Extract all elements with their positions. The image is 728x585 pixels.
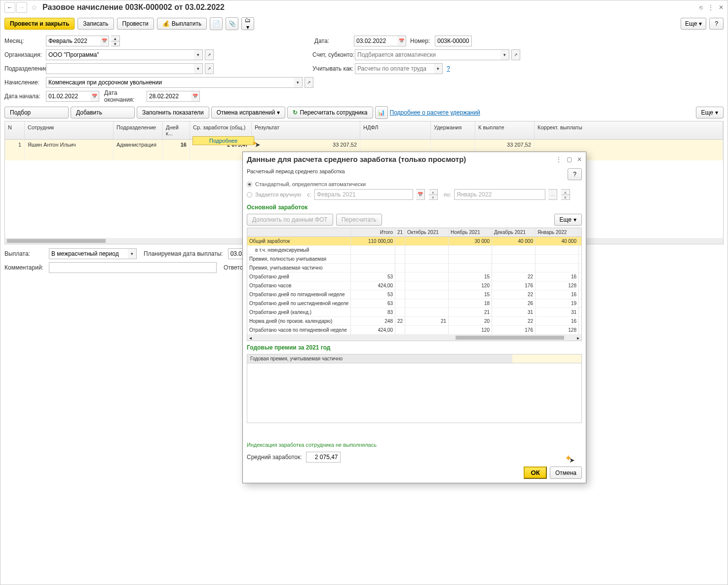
dlg-cell-total: 248: [351, 317, 395, 325]
dlg-table-row[interactable]: Общий заработок110 000,0030 00040 00040 …: [247, 237, 581, 246]
month-down-icon[interactable]: ▾: [111, 41, 120, 46]
radio-auto[interactable]: [247, 182, 252, 187]
dlg-col-nov: Ноябрь 2021: [449, 228, 492, 236]
dlg-cell: 16: [536, 290, 579, 299]
fill-indicators-button[interactable]: Заполнить показатели: [137, 107, 209, 118]
dlg-table-row[interactable]: Премия, полностью учитываемая: [247, 255, 581, 264]
pay-period-input[interactable]: [49, 248, 128, 259]
end-date-input[interactable]: [147, 91, 191, 102]
back-button[interactable]: ←: [4, 2, 15, 13]
save-button[interactable]: Записать: [77, 18, 114, 30]
favorite-icon[interactable]: ☆: [31, 3, 38, 11]
kebab-icon[interactable]: ⋮: [556, 156, 562, 163]
close-icon[interactable]: ✕: [719, 4, 724, 11]
start-date-input[interactable]: [46, 91, 90, 102]
open-ref-icon[interactable]: ↗: [305, 77, 313, 88]
chevron-down-icon[interactable]: ▾: [294, 77, 303, 88]
grid-icon-button[interactable]: 📊: [375, 106, 388, 119]
dlg-cell-name: Отработано часов по пятидневной неделе: [247, 326, 351, 334]
avg-details-link[interactable]: Подробнее: [192, 136, 254, 145]
dlg-cell-name: в т.ч. неиндексируемый: [247, 246, 351, 254]
dlg-cell: [405, 264, 449, 272]
calendar-icon[interactable]: 📅: [191, 91, 200, 102]
maximize-icon[interactable]: ▢: [567, 156, 572, 163]
chevron-down-icon[interactable]: ▾: [500, 49, 509, 60]
dlg-table-row[interactable]: Норма дней (по произв. календарю)2482221…: [247, 317, 581, 326]
structure-icon-button[interactable]: 🗂▾: [241, 17, 254, 30]
dlg-cell-total: 110 000,00: [351, 237, 395, 245]
dlg-cell: [405, 281, 449, 290]
dlg-table-row[interactable]: Отработано дней53152216: [247, 273, 581, 281]
open-ref-icon[interactable]: ↗: [205, 49, 214, 60]
close-icon[interactable]: ✕: [577, 156, 582, 163]
post-and-close-button[interactable]: Провести и закрыть: [4, 18, 75, 30]
dlg-hscroll[interactable]: ◂ ▸: [247, 335, 581, 341]
dlg-cell: 31: [536, 308, 579, 316]
dlg-table-row[interactable]: Премия, учитываемая частично: [247, 264, 581, 273]
dlg-cell-name: Отработано дней по шестидневной неделе: [247, 299, 351, 308]
calendar-icon[interactable]: 📅: [100, 36, 109, 46]
calendar-icon[interactable]: 📅: [397, 36, 406, 46]
cell-days: 16: [163, 140, 190, 160]
dlg-table-row[interactable]: Отработано дней по шестидневной неделе63…: [247, 299, 581, 308]
kebab-icon[interactable]: ⋮: [708, 4, 714, 11]
consider-input[interactable]: [355, 63, 434, 74]
dlg-cell: 21: [405, 317, 449, 325]
select-button[interactable]: Подбор: [4, 107, 69, 118]
dlg-table-row[interactable]: Отработано часов по пятидневной неделе42…: [247, 326, 581, 335]
cancel-corrections-button[interactable]: Отмена исправлений ▾: [211, 107, 286, 118]
add-button[interactable]: Добавить: [71, 107, 135, 118]
dlg-cell: 176: [492, 326, 536, 334]
period-label: Расчетный период среднего заработка: [247, 168, 345, 174]
dlg-cell-name: Премия, учитываемая частично: [247, 264, 351, 272]
radio-manual[interactable]: [247, 192, 252, 197]
date-input[interactable]: [354, 36, 397, 46]
dlg-table-row[interactable]: в т.ч. неиндексируемый: [247, 246, 581, 255]
dlg-table-row[interactable]: Отработано дней по пятидневной неделе531…: [247, 290, 581, 299]
open-ref-icon[interactable]: ↗: [511, 49, 520, 60]
org-input[interactable]: [46, 49, 194, 60]
ok-button[interactable]: ОК: [524, 467, 547, 479]
cancel-button[interactable]: Отмена: [550, 467, 582, 479]
dlg-table-row[interactable]: Отработано дней (календ.)83213131: [247, 308, 581, 317]
deductions-details-link[interactable]: Подробнее о расчете удержаний: [390, 109, 480, 116]
dlg-cell: 22: [492, 273, 536, 281]
table-more-button[interactable]: Еще ▾: [696, 107, 724, 118]
number-input[interactable]: [435, 36, 472, 46]
post-button[interactable]: Провести: [117, 18, 154, 30]
account-input[interactable]: [355, 49, 500, 60]
col-emp: Сотрудник: [25, 121, 114, 139]
month-up-icon[interactable]: ▴: [111, 36, 120, 41]
accrual-input[interactable]: [46, 77, 294, 88]
chevron-down-icon[interactable]: ▾: [128, 248, 137, 259]
chevron-down-icon[interactable]: ▾: [434, 63, 443, 74]
comment-input[interactable]: [49, 262, 217, 273]
avg-earnings-dialog: Данные для расчета среднего заработка (т…: [242, 152, 586, 483]
month-input[interactable]: [46, 36, 100, 46]
dlg-cell: [449, 264, 492, 272]
scroll-left-icon[interactable]: ◂: [249, 335, 252, 341]
forward-button[interactable]: →: [16, 2, 27, 13]
dialog-help-button[interactable]: ?: [568, 168, 582, 180]
recalc-employee-button[interactable]: ↻ Пересчитать сотрудника: [287, 107, 373, 118]
chevron-down-icon[interactable]: ▾: [194, 49, 203, 60]
org-label: Организация:: [4, 51, 46, 58]
chevron-down-icon[interactable]: ▾: [194, 63, 203, 74]
dialog-title: Данные для расчета среднего заработка (т…: [247, 155, 466, 163]
attach-icon-button[interactable]: 📎: [226, 17, 238, 30]
dlg-col-name: [247, 228, 351, 236]
more-button[interactable]: Еще ▾: [681, 18, 706, 30]
open-ref-icon[interactable]: ↗: [205, 63, 214, 74]
dlg-table-row[interactable]: Отработано часов424,00120176128: [247, 281, 581, 290]
spin-down-icon: ▾: [561, 195, 570, 200]
consider-help-icon[interactable]: ?: [447, 65, 450, 72]
dlg-cell-total: 424,00: [351, 326, 395, 334]
pay-button[interactable]: 💰 Выплатить: [157, 18, 207, 30]
scroll-right-icon[interactable]: ▸: [577, 335, 579, 341]
report-icon-button[interactable]: 📄: [210, 17, 223, 30]
dialog-more-button[interactable]: Еще ▾: [554, 214, 582, 226]
link-icon[interactable]: ⎋: [699, 4, 703, 11]
dept-input[interactable]: [46, 63, 194, 74]
calendar-icon[interactable]: 📅: [90, 91, 99, 102]
help-button[interactable]: ?: [709, 18, 724, 30]
